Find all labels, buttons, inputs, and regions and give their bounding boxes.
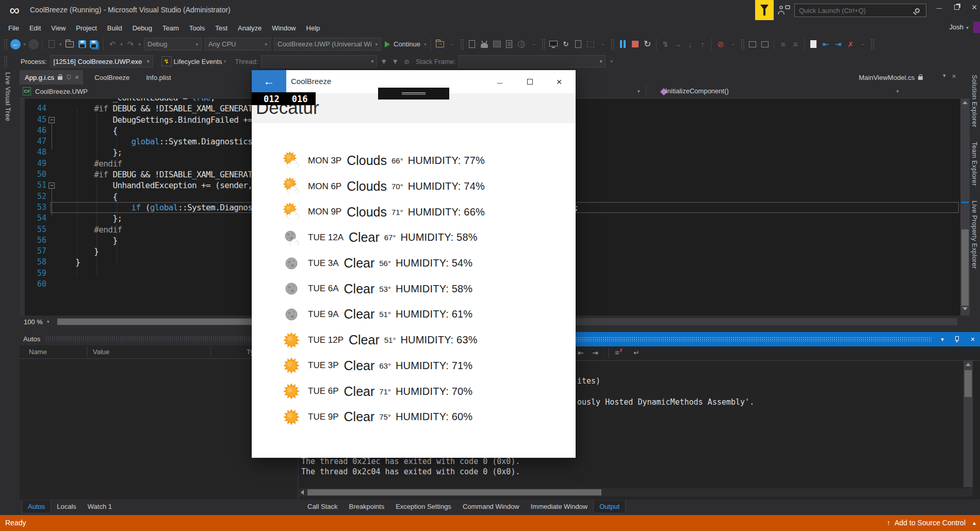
thread-combo[interactable] [261, 55, 377, 68]
fold-collapse-icon[interactable]: − [48, 117, 55, 123]
pin-icon[interactable] [66, 74, 71, 80]
navigate-back-button[interactable]: ← [9, 38, 22, 51]
resize-grip-icon[interactable]: ▲ [972, 520, 977, 526]
user-avatar[interactable] [973, 22, 980, 33]
continue-chev[interactable] [422, 38, 428, 51]
next-bookmark-button[interactable]: ⇥ [832, 38, 844, 51]
lifecycle-events-label[interactable]: Lifecycle Events [174, 58, 222, 65]
back-history-chevron[interactable] [22, 38, 27, 51]
device-preview-button[interactable] [547, 38, 560, 51]
nav-project-dropdown[interactable]: CoolBreeze.UWP [35, 88, 88, 95]
new-project-button[interactable] [45, 38, 58, 51]
toolbar-grip[interactable] [542, 39, 546, 50]
filter-icon[interactable]: ▼ [380, 57, 387, 65]
restart-debugging-button[interactable]: ↻ [641, 38, 654, 51]
menu-analyze[interactable]: Analyze [233, 22, 267, 34]
comment-lines-button[interactable]: ≡ [789, 38, 802, 51]
lifecycle-events-icon[interactable]: ↯ [161, 56, 172, 67]
display-layout-button[interactable] [759, 38, 771, 51]
minimize-button[interactable] [932, 0, 947, 15]
bookmark-window-button[interactable] [807, 38, 820, 51]
menu-project[interactable]: Project [71, 22, 102, 34]
xaml-document-button[interactable] [572, 38, 584, 51]
tab-coolbreeze[interactable]: CoolBreeze [89, 70, 135, 85]
menu-view[interactable]: View [46, 22, 71, 34]
clear-all-icon[interactable]: ≡✗ [615, 349, 619, 357]
app-close-button[interactable] [546, 70, 572, 93]
tab-list-chevron[interactable]: ▾ [943, 72, 946, 80]
feedback-button[interactable] [778, 4, 790, 16]
stop-debugging-button[interactable] [629, 38, 641, 51]
previous-bookmark-button[interactable]: ⇤ [820, 38, 832, 51]
package-button[interactable] [584, 38, 597, 51]
screenshot-button[interactable] [491, 38, 503, 51]
undo-chev[interactable] [119, 38, 124, 51]
menu-file[interactable]: File [3, 22, 24, 34]
menu-edit[interactable]: Edit [24, 22, 46, 34]
scrollbar-thumb[interactable] [57, 319, 284, 325]
show-next-statement-button[interactable]: ↯ [659, 38, 672, 51]
clear-bookmarks-button[interactable]: ✗ [844, 38, 857, 51]
tab-immediate-window[interactable]: Immediate Window [525, 501, 594, 513]
open-app-file-button[interactable] [466, 38, 478, 51]
word-wrap-icon[interactable]: ↵ [633, 349, 640, 357]
tab-app-g-i-cs[interactable]: App.g.i.cs [20, 70, 83, 85]
filter-flag-icon[interactable]: ▼ [391, 57, 399, 65]
signed-in-user[interactable]: Josh [950, 23, 969, 31]
scroll-up-icon[interactable] [962, 101, 968, 104]
toggle-breakpoints-button[interactable]: ⊘ [714, 38, 727, 51]
tab-command-window[interactable]: Command Window [457, 501, 525, 513]
indent-decrease-icon[interactable]: ⇤ [578, 349, 584, 357]
android-emulator-button[interactable] [478, 38, 491, 51]
menu-debug[interactable]: Debug [127, 22, 157, 34]
continue-button[interactable]: Continue [385, 40, 420, 48]
output-vertical-scrollbar[interactable] [963, 361, 973, 487]
app-back-button[interactable]: ← [252, 70, 286, 93]
menu-test[interactable]: Test [210, 22, 233, 34]
stack-frame-combo[interactable] [459, 55, 606, 68]
close-tab-icon[interactable] [75, 73, 79, 81]
suppress-icon[interactable]: ⊘ [404, 58, 410, 65]
solution-platform-combo[interactable]: Any CPU [205, 38, 271, 51]
redo-chev[interactable] [137, 38, 142, 51]
tab-call-stack[interactable]: Call Stack [302, 501, 344, 513]
scroll-down-icon[interactable] [962, 307, 968, 310]
solution-configuration-combo[interactable]: Debug [144, 38, 202, 51]
add-to-source-control[interactable]: ↑ Add to Source Control [887, 519, 966, 527]
pin-icon[interactable] [954, 336, 959, 343]
process-combo[interactable]: [12516] CoolBreeze.UWP.exe [50, 55, 153, 68]
navigate-forward-button[interactable]: → [27, 38, 40, 51]
sidebar-tab-team-explorer[interactable]: Team Explorer [971, 142, 978, 186]
step-over-button[interactable]: → [672, 38, 684, 51]
toolbar-grip[interactable] [871, 39, 875, 50]
menu-help[interactable]: Help [301, 22, 325, 34]
startup-project-combo[interactable]: CoolBreeze.UWP (Universal Windo [274, 38, 381, 51]
toolbar-overflow-chev[interactable] [609, 55, 614, 68]
redo-button[interactable]: ↷ [124, 38, 137, 51]
undo-button[interactable]: ↶ [106, 38, 119, 51]
sidebar-tab-live-visual-tree[interactable]: Live Visual Tree [4, 72, 11, 121]
close-button[interactable] [967, 0, 980, 15]
step-out-button[interactable]: ↑ [696, 38, 709, 51]
step-into-button[interactable]: ↓ [684, 38, 696, 51]
attach-to-process-button[interactable] [434, 38, 446, 51]
toolbar-grip[interactable] [741, 39, 745, 50]
quick-launch-input[interactable] [795, 7, 915, 14]
nav-member-dropdown[interactable]: InitializeComponent() [665, 87, 729, 95]
scroll-up-icon[interactable] [966, 363, 971, 366]
column-name[interactable]: Name [29, 348, 47, 356]
toolbar-grip[interactable] [4, 56, 8, 67]
preview-tab-mainviewmodel[interactable]: MainViewModel.cs [859, 70, 923, 85]
indent-increase-icon[interactable]: ⇥ [592, 349, 598, 357]
scroll-left-icon[interactable] [301, 490, 304, 495]
lifecycle-chev[interactable] [222, 55, 228, 68]
document-outline-button[interactable] [503, 38, 515, 51]
open-file-button[interactable] [63, 38, 76, 51]
restore-button[interactable] [949, 0, 965, 15]
nav-member-chevron[interactable]: ▾ [896, 89, 899, 94]
tab-autos[interactable]: Autos [22, 501, 51, 513]
menu-tools[interactable]: Tools [184, 22, 210, 34]
window-position-chevron[interactable]: ▾ [941, 336, 944, 343]
editor-vertical-scrollbar[interactable] [960, 98, 970, 316]
scrollbar-thumb[interactable] [307, 489, 601, 495]
